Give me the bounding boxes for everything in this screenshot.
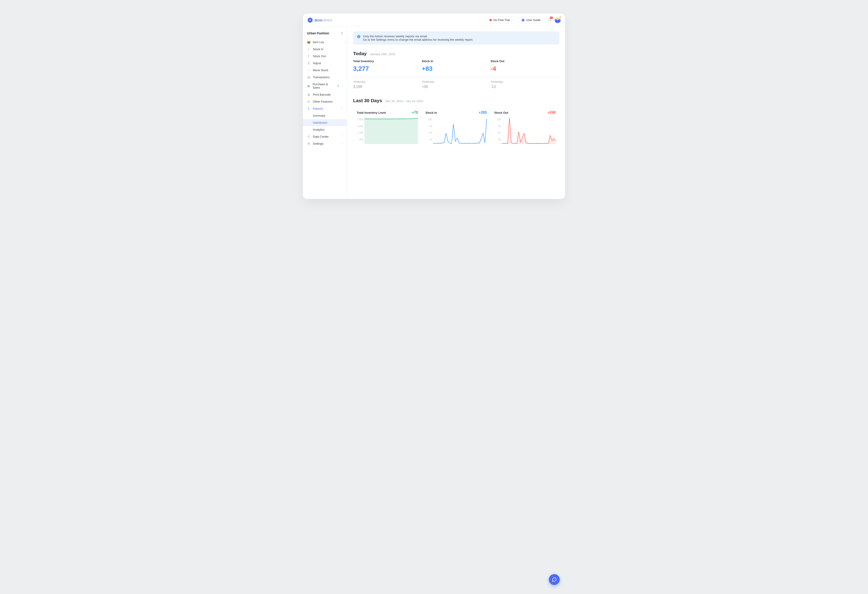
sidebar-item-settings[interactable]: ⚙Settings˅ [303,140,347,147]
sidebar-item-transactions[interactable]: ▤Transactions [303,74,347,81]
today-date: January 24th, 2025 [370,52,395,56]
nav-icon: ▤ [307,75,310,79]
free-trial-button[interactable]: On Free Trial › [486,17,516,24]
collapse-sidebar-button[interactable]: ‹ [344,39,350,44]
stat-value: 3,277 [353,65,422,72]
workspace-name: Urban Fashion [307,31,329,35]
avatar[interactable] [555,17,561,23]
sidebar: Urban Fashion ⇅ ‹ 📦Item List⭳Stock In⭱St… [303,27,347,199]
chevron-icon: ˅ [341,93,343,96]
nav-label: Stock Out [313,55,326,58]
chevron-icon: ˅ [341,135,343,138]
chart-title: Total Inventory Level [357,111,386,114]
sidebar-item-purchase-sales[interactable]: ▣Purchase & Salesβ˅ [303,81,347,91]
stat-label: Stock Out [490,59,559,63]
free-trial-label: On Free Trial [493,19,510,22]
sidebar-item-data-center[interactable]: ◫Data Center˅ [303,133,347,140]
nav-icon: → [307,68,310,72]
sidebar-nav: 📦Item List⭳Stock In⭱Stock Out⇅Adjust→Mov… [303,38,347,147]
notifications-button[interactable]: N [548,18,552,22]
sidebar-subitem-dashboard[interactable]: Dashboard [303,119,347,126]
stat-total-inventory: Total Inventory3,277 [353,59,422,72]
yesterday-label: Yesterday [422,80,490,83]
last30-heading: Last 30 Days Dec 26, 2024 ~ Jan 24, 2025 [353,98,559,103]
nav-icon: ⚙ [307,142,310,145]
nav-icon: ⊕ [307,100,310,103]
nav-icon: ⭱ [307,55,310,58]
sidebar-item-move-stock[interactable]: →Move Stock [303,66,347,74]
stat-stock-out: Stock Out-4 [490,59,559,72]
chart-delta: +70 [412,111,418,115]
sidebar-item-stock-in[interactable]: ⭳Stock In [303,46,347,53]
info-banner: i Only the Admin receives weekly reports… [353,31,559,44]
top-header: BOXHERO On Free Trial › ? User Guide N [303,13,565,27]
sidebar-subitem-summary[interactable]: Summary [303,112,347,119]
nav-label: Data Center [313,135,329,138]
chart-title: Stock In [425,111,437,114]
nav-label: Settings [313,142,323,145]
nav-label: Other Features [313,100,332,103]
stat-label: Stock In [422,59,490,63]
yesterday-stats: Yesterday3,198Yesterday+36Yesterday-13 [353,77,559,89]
chevron-icon: ˅ [341,84,343,87]
sidebar-item-other-features[interactable]: ⊕Other Features˅ [303,98,347,105]
sidebar-item-reports[interactable]: ⫿Reports˄ [303,105,347,112]
user-guide-button[interactable]: ? User Guide [518,17,544,24]
sidebar-item-item-list[interactable]: 📦Item List [303,38,347,46]
nav-icon: ◫ [307,135,310,138]
y-axis: 3,4002,5501,700850 [357,117,365,144]
nav-icon: ▥ [307,93,310,96]
y-axis: 120906030 [495,117,502,144]
sort-icon: ⇅ [341,32,343,35]
nav-label: Stock In [313,47,323,51]
logo-text: BOXHERO [314,18,332,22]
alert-dot-icon [489,19,492,21]
chat-icon [552,577,557,582]
y-axis: 100755025 [425,117,433,144]
yesterday-stat: Yesterday+36 [422,80,490,89]
chevron-icon: ˅ [341,142,343,145]
user-guide-label: User Guide [526,19,540,22]
chart-card-stock-out: Stock Out+248120906030 [491,107,559,146]
last30-title: Last 30 Days [353,98,382,103]
main-content: i Only the Admin receives weekly reports… [347,27,565,199]
nav-label: Move Stock [313,68,328,72]
nav-label: Item List [313,40,324,44]
last30-range: Dec 26, 2024 ~ Jan 24, 2025 [385,99,423,103]
nav-icon: ⫿ [307,107,310,110]
info-icon: i [357,35,360,38]
chart-card-stock-in: Stock In+285100755025 [422,107,490,146]
nav-label: Transactions [313,75,329,79]
beta-badge: β [338,84,339,87]
chart-delta: +285 [479,111,487,115]
today-heading: Today January 24th, 2025 [353,51,559,56]
stat-stock-in: Stock In+83 [422,59,490,72]
chart-delta: +248 [548,111,556,115]
chart-title: Stock Out [495,111,508,114]
stat-label: Total Inventory [353,59,422,63]
workspace-selector[interactable]: Urban Fashion ⇅ [303,29,347,38]
today-stats: Total Inventory3,277Stock In+83Stock Out… [353,59,559,77]
nav-icon: ⇅ [307,62,310,65]
nav-label: Adjust [313,62,321,65]
logo[interactable]: BOXHERO [307,18,332,23]
stat-value: +83 [422,65,490,72]
nav-icon: ⭳ [307,47,310,51]
chart-card-total-inventory-level: Total Inventory Level+703,4002,5501,7008… [353,107,422,146]
chat-fab-button[interactable] [549,574,559,585]
yesterday-value: +36 [422,85,490,89]
sidebar-item-stock-out[interactable]: ⭱Stock Out [303,53,347,60]
today-title: Today [353,51,367,56]
nav-label: Purchase & Sales [313,83,335,89]
nav-icon: ▣ [307,84,310,88]
chevron-right-icon: › [512,19,513,22]
sidebar-subitem-analytics[interactable]: Analytics [303,126,347,133]
sidebar-item-adjust[interactable]: ⇅Adjust [303,60,347,66]
nav-label: Reports [313,107,323,110]
app-window: BOXHERO On Free Trial › ? User Guide N U… [303,13,565,199]
charts-row: Total Inventory Level+703,4002,5501,7008… [353,107,559,146]
yesterday-stat: Yesterday-13 [490,80,559,89]
nav-label: Print Barcode [313,93,331,96]
chart-plot [502,117,556,144]
sidebar-item-print-barcode[interactable]: ▥Print Barcode˅ [303,91,347,98]
